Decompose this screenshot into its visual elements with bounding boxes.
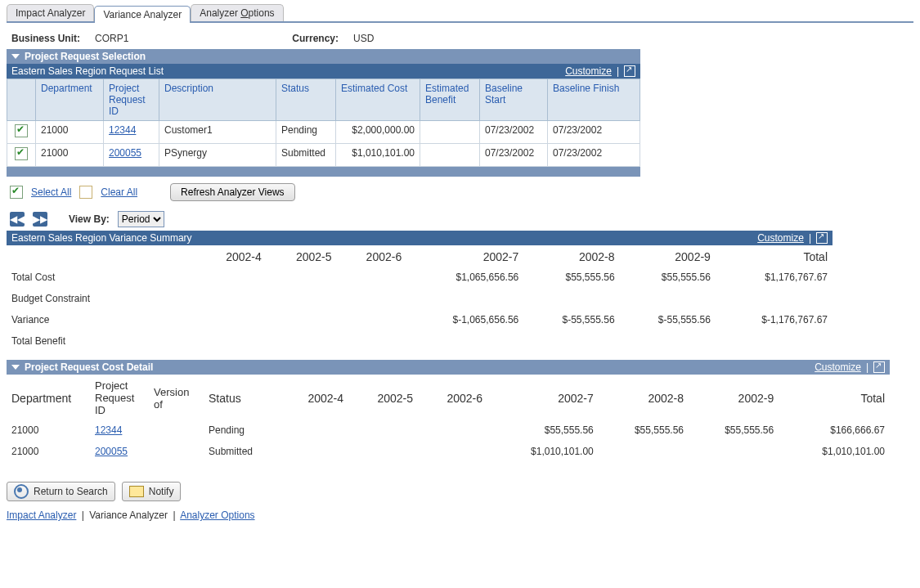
currency-value: USD [353,33,374,44]
col-department[interactable]: Department [36,79,104,121]
button-label: Notify [149,486,174,497]
clear-all-checkbox[interactable] [79,186,92,199]
request-list-header: Eastern Sales Region Request List Custom… [7,64,640,79]
row-checkbox[interactable] [15,147,28,160]
tab-bar: Impact Analyzer Variance Analyzer Analyz… [7,3,913,23]
col-description[interactable]: Description [159,79,276,121]
cell-dept: 21000 [7,441,90,462]
col-status: Status [204,376,279,420]
col-status[interactable]: Status [276,79,336,121]
pipe: | [866,361,868,373]
section-title: Project Request Cost Detail [25,361,153,373]
view-by-select[interactable]: Period [118,211,164,227]
cell-ecost: $1,010,101.00 [336,144,420,167]
popout-icon[interactable] [816,232,828,244]
section-project-request-selection: Project Request Selection [7,49,640,64]
cell-bfinish: 07/23/2002 [548,144,640,167]
nav-next-icon[interactable]: ▶▶ [33,212,47,227]
cell-prid-link[interactable]: 200055 [95,446,128,457]
table-row: 21000 200055 PSynergy Submitted $1,010,1… [7,144,640,167]
cell-prid-link[interactable]: 12344 [95,424,122,436]
view-by-label: View By: [69,213,110,225]
cell-ecost: $2,000,000.00 [336,121,420,144]
customize-link[interactable]: Customize [815,361,861,373]
col-period: 2002-4 [196,247,267,267]
col-estimated-cost[interactable]: Estimated Cost [336,79,420,121]
collapse-icon[interactable] [11,365,20,370]
tab-label: Impact Analyzer [16,7,85,19]
variance-summary-table: 2002-4 2002-5 2002-6 2002-7 2002-8 2002-… [7,247,832,352]
footer-variance-label: Variance Analyzer [89,509,168,521]
col-baseline-start[interactable]: Baseline Start [480,79,548,121]
table-row: 21000 12344 Pending $55,555.56 $55,555.5… [7,420,890,441]
row-label: Budget Constraint [7,288,196,309]
col-period: 2002-9 [620,247,716,267]
customize-link[interactable]: Customize [757,232,804,244]
col-version-of: Version of [149,376,204,420]
footer-options-link[interactable]: Analyzer Options [180,509,254,521]
notify-button[interactable]: Notify [122,482,182,501]
request-list-title: Eastern Sales Region Request List [11,65,164,77]
tab-impact-analyzer[interactable]: Impact Analyzer [7,4,94,21]
col-period: 2002-5 [267,247,337,267]
col-period: 2002-9 [689,376,779,420]
controls-row: Select All Clear All Refresh Analyzer Vi… [7,177,640,208]
select-all-link[interactable]: Select All [31,186,71,198]
summary-header: Eastern Sales Region Variance Summary Cu… [7,231,832,245]
col-period: 2002-7 [487,376,599,420]
popout-icon[interactable] [873,361,885,373]
pipe: | [617,65,619,77]
clear-all-link[interactable]: Clear All [101,186,137,198]
col-baseline-finish[interactable]: Baseline Finish [548,79,640,121]
popout-icon[interactable] [624,65,635,77]
row-label: Total Cost [7,267,196,288]
col-period: 2002-8 [599,376,689,420]
cell-desc: PSynergy [159,144,276,167]
currency-label: Currency: [292,33,339,44]
request-list-table: Department Project Request ID Descriptio… [7,79,640,167]
cell-desc: Customer1 [159,121,276,144]
cell-prid-link[interactable]: 200055 [109,147,141,159]
button-label: Return to Search [34,486,108,497]
section-title: Project Request Selection [25,51,146,62]
header-row: Business Unit:CORP1 Currency:USD [7,23,913,49]
col-period: 2002-8 [523,247,619,267]
cell-status: Pending [204,420,279,441]
cell-status: Pending [276,121,336,144]
cell-bstart: 07/23/2002 [480,121,548,144]
return-to-search-button[interactable]: Return to Search [7,482,115,501]
collapse-icon[interactable] [11,54,20,59]
nav-first-icon[interactable]: ◀◀ [10,212,25,227]
cell-dept: 21000 [7,420,90,441]
row-label: Total Benefit [7,330,196,352]
section-cost-detail: Project Request Cost Detail Customize | [7,360,890,375]
cell-ebenefit [420,121,480,144]
cell-status: Submitted [276,144,336,167]
refresh-analyzer-views-button[interactable]: Refresh Analyzer Views [170,183,295,201]
col-total: Total [716,247,832,267]
select-all-checkbox[interactable] [10,186,23,199]
customize-link[interactable]: Customize [565,65,612,77]
tab-variance-analyzer[interactable]: Variance Analyzer [94,6,191,23]
cell-ebenefit [420,144,480,167]
col-period: 2002-4 [279,376,348,420]
business-unit-value: CORP1 [95,33,128,44]
cell-dept: 21000 [36,121,104,144]
col-project-request-id: Project Request ID [90,376,149,420]
tab-label: Variance Analyzer [103,9,182,20]
row-label: Variance [7,309,196,330]
col-project-request-id[interactable]: Project Request ID [104,79,159,121]
cell-prid-link[interactable]: 12344 [109,124,136,136]
summary-title: Eastern Sales Region Variance Summary [11,232,192,244]
col-period: 2002-5 [348,376,418,420]
grid-footer-bar [7,167,640,177]
cell-dept: 21000 [36,144,104,167]
col-total: Total [779,376,890,420]
footer-impact-link[interactable]: Impact Analyzer [7,509,76,521]
tab-analyzer-options[interactable]: Analyzer Options [191,4,283,21]
table-row: 21000 12344 Customer1 Pending $2,000,000… [7,121,640,144]
view-by-row: ◀◀ ▶▶ View By: Period [7,208,913,231]
row-checkbox[interactable] [15,124,28,137]
table-row: 21000 200055 Submitted $1,010,101.00 $1,… [7,441,890,462]
col-estimated-benefit[interactable]: Estimated Benefit [420,79,480,121]
